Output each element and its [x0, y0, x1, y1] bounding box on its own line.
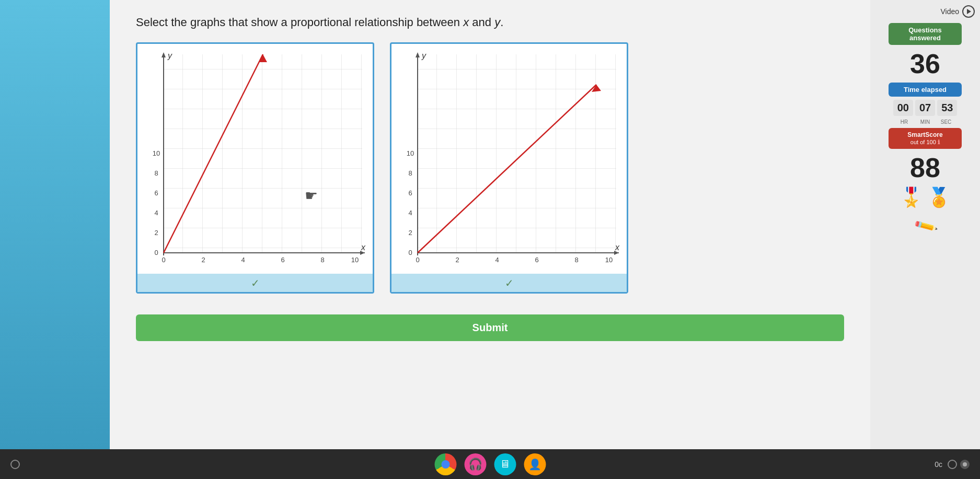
- medals-row: 🎖️ 🏅: [900, 186, 951, 208]
- taskbar-left: [10, 460, 20, 469]
- svg-text:6: 6: [535, 256, 538, 264]
- submit-button[interactable]: Submit: [136, 314, 844, 341]
- taskbar-circle: [10, 460, 20, 469]
- center-content: Select the graphs that show a proportion…: [110, 0, 870, 449]
- svg-text:0: 0: [408, 249, 412, 256]
- questions-answered-label: Questions answered: [908, 26, 942, 42]
- hr-label: HR: [895, 119, 914, 125]
- taskbar-dot1: [948, 460, 957, 469]
- svg-text:8: 8: [320, 256, 324, 264]
- svg-text:10: 10: [605, 256, 613, 264]
- svg-text:2: 2: [408, 229, 412, 237]
- smartscore-label: SmartScore: [907, 131, 942, 138]
- svg-text:6: 6: [408, 189, 412, 197]
- svg-text:6: 6: [281, 256, 284, 264]
- svg-text:4: 4: [154, 209, 158, 217]
- graph2-svg: y x 0 2 4 6 8 10 0 2 4 6: [397, 49, 621, 274]
- svg-rect-24: [418, 54, 616, 253]
- time-elapsed-badge: Time elapsed: [889, 83, 962, 97]
- time-hr: 00: [893, 100, 913, 116]
- svg-text:x: x: [361, 243, 366, 252]
- right-sidebar: Video Questions answered 36 Time elapsed…: [870, 0, 980, 449]
- graph1-footer: ✓: [137, 274, 373, 292]
- svg-text:0: 0: [162, 256, 165, 264]
- svg-text:y: y: [421, 51, 426, 60]
- svg-text:8: 8: [574, 256, 578, 264]
- graphs-container: y x 0 2 4 6 8 10 0 2 4 6: [136, 42, 844, 294]
- time-min: 07: [915, 100, 935, 116]
- headphone-icon[interactable]: 🎧: [464, 453, 486, 475]
- left-panel: [0, 0, 110, 449]
- sec-label: SEC: [937, 119, 955, 125]
- svg-text:4: 4: [495, 256, 499, 264]
- taskbar-right: 0c: [935, 460, 970, 469]
- svg-text:☛: ☛: [305, 188, 318, 204]
- svg-text:8: 8: [154, 169, 158, 177]
- page-main: Select the graphs that show a proportion…: [0, 0, 980, 449]
- user-icon[interactable]: 👤: [524, 453, 546, 475]
- taskbar-time: 0c: [935, 460, 942, 469]
- taskbar: 🎧 🖥 👤 0c: [0, 449, 980, 479]
- video-row: Video: [940, 5, 975, 18]
- smartscore-badge: SmartScore out of 100 ℹ: [889, 128, 962, 149]
- time-labels: HR MIN SEC: [895, 119, 955, 125]
- svg-text:4: 4: [241, 256, 245, 264]
- page-outer: Select the graphs that show a proportion…: [0, 0, 980, 479]
- graph2-wrapper[interactable]: y x 0 2 4 6 8 10 0 2 4 6: [390, 42, 628, 294]
- svg-text:2: 2: [455, 256, 459, 264]
- svg-text:8: 8: [408, 169, 412, 177]
- svg-rect-1: [164, 54, 362, 253]
- svg-text:0: 0: [154, 249, 158, 256]
- questions-answered-badge: Questions answered: [889, 23, 962, 45]
- svg-text:0: 0: [416, 256, 419, 264]
- taskbar-center: 🎧 🖥 👤: [434, 453, 546, 475]
- smartscore-value: 88: [910, 152, 940, 183]
- graph1-checkmark: ✓: [251, 277, 260, 289]
- medal-blue-icon: 🏅: [927, 186, 951, 208]
- svg-text:10: 10: [153, 149, 160, 157]
- graph1-wrapper[interactable]: y x 0 2 4 6 8 10 0 2 4 6: [136, 42, 374, 294]
- graph2-checkmark: ✓: [505, 277, 514, 289]
- svg-text:x: x: [615, 243, 620, 252]
- min-label: MIN: [916, 119, 935, 125]
- pencil-icon[interactable]: ✏️: [912, 213, 938, 239]
- svg-text:2: 2: [154, 229, 158, 237]
- video-button[interactable]: [962, 5, 975, 18]
- question-text: Select the graphs that show a proportion…: [136, 16, 844, 29]
- graph1-svg: y x 0 2 4 6 8 10 0 2 4 6: [143, 49, 367, 274]
- time-elapsed-label: Time elapsed: [904, 86, 947, 94]
- graph2-footer: ✓: [391, 274, 627, 292]
- svg-text:10: 10: [351, 256, 359, 264]
- time-sec: 53: [937, 100, 957, 116]
- screen-icon[interactable]: 🖥: [494, 453, 516, 475]
- svg-text:4: 4: [408, 209, 412, 217]
- smartscore-sub: out of 100: [910, 139, 936, 145]
- svg-text:6: 6: [154, 189, 158, 197]
- smartscore-info-icon[interactable]: ℹ: [938, 139, 940, 145]
- time-display: 00 07 53: [893, 100, 958, 116]
- svg-text:2: 2: [201, 256, 205, 264]
- taskbar-dot2: [960, 460, 970, 469]
- video-label: Video: [940, 7, 959, 16]
- questions-count: 36: [910, 48, 940, 79]
- chrome-icon[interactable]: [434, 453, 456, 475]
- svg-text:10: 10: [407, 149, 414, 157]
- medal-red-icon: 🎖️: [900, 186, 923, 208]
- svg-text:y: y: [167, 51, 172, 60]
